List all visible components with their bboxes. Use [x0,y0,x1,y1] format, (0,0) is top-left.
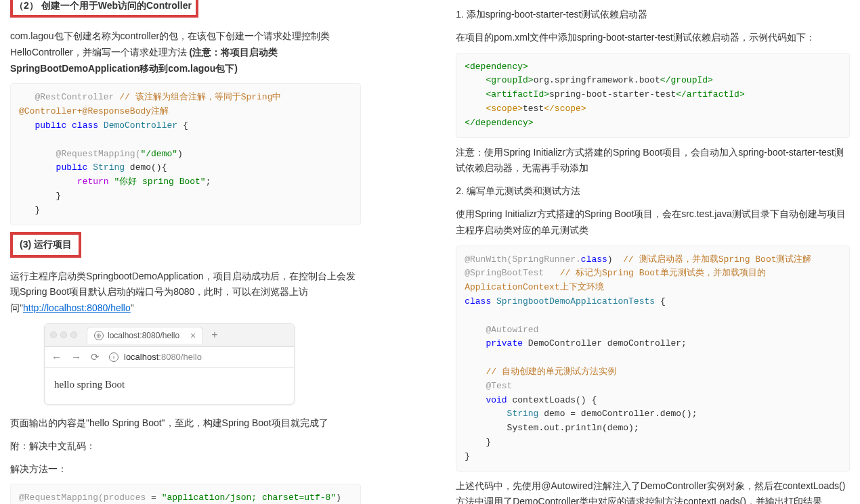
browser-screenshot: ⊕ localhost:8080/hello × + ← → ⟳ i local… [44,323,295,405]
right-column: 1. 添加spring-boot-starter-test测试依赖启动器 在项目… [446,0,860,504]
section-3-heading-box: (3) 运行项目 [10,232,81,258]
paragraph-solution-1: 解决方法一： [10,461,361,478]
close-icon[interactable]: × [190,330,196,341]
browser-tab[interactable]: ⊕ localhost:8080/hello × [87,327,203,344]
paragraph-create-controller: com.lagou包下创建名称为controller的包，在该包下创建一个请求处… [10,28,361,76]
url-field[interactable]: i localhost:8080/hello [109,352,287,362]
localhost-link[interactable]: http://localhost:8080/hello [23,302,131,313]
globe-icon: ⊕ [94,331,104,340]
paragraph-write-test: 2. 编写单元测试类和测试方法 [456,183,850,200]
text: com.lagou包下创建名称为controller的包，在该包下创建一个请求处… [10,30,330,58]
code-block-test-class: @RunWith(SpringRunner.class) // 测试启动器，并加… [456,246,850,472]
dot-icon [70,331,77,338]
forward-icon[interactable]: → [71,351,81,363]
paragraph-encoding-note: 附：解决中文乱码： [10,438,361,455]
url-path: :8080/hello [158,352,202,362]
code-block-democontroller: @RestController // 该注解为组合注解，等同于Spring中@C… [10,83,361,225]
dot-icon [60,331,67,338]
url-host: localhost [124,352,158,362]
tab-title: localhost:8080/hello [108,331,179,340]
new-tab-icon[interactable]: + [211,329,217,341]
browser-address-bar: ← → ⟳ i localhost:8080/hello [45,347,294,368]
section-2-heading: （2） 创建一个用于Web访问的Controller [14,0,192,11]
section-2-heading-box: （2） 创建一个用于Web访问的Controller [10,0,198,18]
reload-icon[interactable]: ⟳ [91,351,100,363]
code-block-produces: @RequestMapping(produces = "application/… [10,484,361,504]
paragraph-auto-create-test: 使用Spring Initializr方式搭建的Spring Boot项目，会在… [456,206,850,239]
browser-page-content: hello spring Boot [45,368,294,404]
back-icon[interactable]: ← [51,351,62,363]
paragraph-pom-xml: 在项目的pom.xml文件中添加spring-boot-starter-test… [456,30,850,46]
left-column: （2） 创建一个用于Web访问的Controller com.lagou包下创建… [0,0,371,504]
text: " [131,302,134,313]
paragraph-run-project: 运行主程序启动类SpringbootDemoApplication，项目启动成功… [10,269,361,317]
paragraph-code-explain: 上述代码中，先使用@Autowired注解注入了DemoController实例… [456,478,850,504]
info-icon: i [109,352,119,362]
paragraph-output: 页面输出的内容是"hello Spring Boot"，至此，构建Spring … [10,415,361,432]
section-3-heading: (3) 运行项目 [20,239,72,250]
code-block-dependency: <dependency> <groupId>org.springframewor… [456,53,850,138]
paragraph-note-initializr: 注意：使用Spring Initializr方式搭建的Spring Boot项目… [456,145,850,177]
dot-icon [50,331,57,338]
page: （2） 创建一个用于Web访问的Controller com.lagou包下创建… [0,0,860,504]
paragraph-add-starter: 1. 添加spring-boot-starter-test测试依赖启动器 [456,7,850,23]
window-controls [50,331,77,338]
browser-tabbar: ⊕ localhost:8080/hello × + [45,324,294,347]
